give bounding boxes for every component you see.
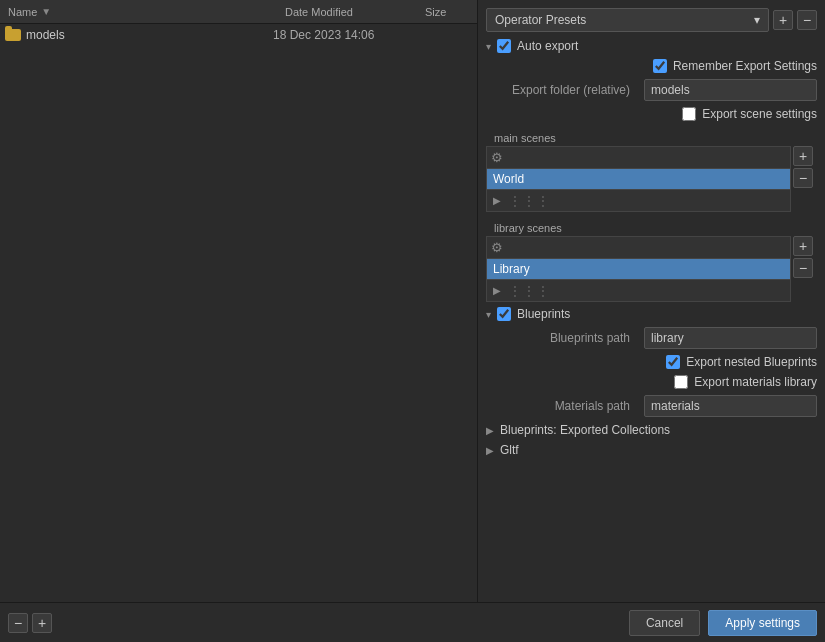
presets-add-button[interactable]: + <box>773 10 793 30</box>
main-scenes-nav: ▶ ⋮⋮⋮ <box>486 190 791 212</box>
main-scenes-nav-dots: ⋮⋮⋮ <box>509 194 551 208</box>
bottom-minus-button[interactable]: − <box>8 613 28 633</box>
main-scene-world[interactable]: World <box>487 169 790 189</box>
main-scenes-list: World <box>486 168 791 190</box>
main-scenes-section: main scenes ⚙ World + − ▶ ⋮⋮⋮ <box>478 124 825 214</box>
presets-chevron: ▾ <box>754 13 760 27</box>
library-scene-library[interactable]: Library <box>487 259 790 279</box>
remember-export-checkbox[interactable] <box>653 59 667 73</box>
library-scenes-add[interactable]: + <box>793 236 813 256</box>
blueprints-path-label: Blueprints path <box>498 331 638 345</box>
materials-path-input[interactable] <box>644 395 817 417</box>
main-scenes-toolbar-icon: ⚙ <box>491 150 503 165</box>
export-scene-settings-checkbox[interactable] <box>682 107 696 121</box>
presets-row: Operator Presets ▾ + − <box>478 4 825 36</box>
library-scenes-toolbar-icon: ⚙ <box>491 240 503 255</box>
export-materials-text: Export materials library <box>694 375 817 389</box>
gltf-expand-icon: ▶ <box>486 445 494 456</box>
blueprints-exported-collections-text: Blueprints: Exported Collections <box>500 423 670 437</box>
export-materials-label[interactable]: Export materials library <box>674 375 817 389</box>
library-scenes-controls: + − <box>793 236 813 278</box>
sort-icon: ▼ <box>41 6 51 17</box>
materials-path-row: Materials path <box>478 392 825 420</box>
library-scenes-toolbar: ⚙ <box>486 236 791 258</box>
apply-settings-button[interactable]: Apply settings <box>708 610 817 636</box>
presets-label: Operator Presets <box>495 13 586 27</box>
main-scenes-add[interactable]: + <box>793 146 813 166</box>
blueprints-exported-collections-row[interactable]: ▶ Blueprints: Exported Collections <box>478 420 825 440</box>
library-scenes-nav-arrow[interactable]: ▶ <box>493 285 501 296</box>
file-list: models 18 Dec 2023 14:06 <box>0 24 477 602</box>
export-materials-row: Export materials library <box>478 372 825 392</box>
operator-presets-select[interactable]: Operator Presets ▾ <box>486 8 769 32</box>
bottom-plus-button[interactable]: + <box>32 613 52 633</box>
settings-panel: Operator Presets ▾ + − ▾ Auto export Rem… <box>478 0 825 602</box>
export-scene-settings-label[interactable]: Export scene settings <box>682 107 817 121</box>
export-scene-settings-row: Export scene settings <box>478 104 825 124</box>
auto-export-section: ▾ Auto export <box>478 36 825 56</box>
file-browser: Name ▼ Date Modified Size models 18 Dec … <box>0 0 478 602</box>
blueprints-path-row: Blueprints path <box>478 324 825 352</box>
bottom-left-controls: − + <box>8 613 52 633</box>
export-nested-checkbox[interactable] <box>666 355 680 369</box>
column-size: Size <box>417 6 477 18</box>
file-date: 18 Dec 2023 14:06 <box>273 28 413 42</box>
blueprints-label[interactable]: Blueprints <box>497 307 570 321</box>
blueprints-checkbox[interactable] <box>497 307 511 321</box>
library-scenes-nav: ▶ ⋮⋮⋮ <box>486 280 791 302</box>
main-scenes-remove[interactable]: − <box>793 168 813 188</box>
main-scenes-toolbar: ⚙ <box>486 146 791 168</box>
export-nested-row: Export nested Blueprints <box>478 352 825 372</box>
file-name: models <box>26 28 273 42</box>
auto-export-text: Auto export <box>517 39 578 53</box>
main-scenes-nav-arrow[interactable]: ▶ <box>493 195 501 206</box>
export-scene-settings-text: Export scene settings <box>702 107 817 121</box>
folder-icon-wrapper <box>4 27 22 43</box>
blueprints-text: Blueprints <box>517 307 570 321</box>
column-name: Name ▼ <box>0 6 277 18</box>
main-scenes-controls: + − <box>793 146 813 188</box>
materials-path-label: Materials path <box>498 399 638 413</box>
cancel-button[interactable]: Cancel <box>629 610 700 636</box>
export-folder-row: Export folder (relative) <box>478 76 825 104</box>
file-header: Name ▼ Date Modified Size <box>0 0 477 24</box>
library-scenes-label: library scenes <box>486 218 817 236</box>
bottom-right-controls: Cancel Apply settings <box>629 610 817 636</box>
export-folder-label: Export folder (relative) <box>498 83 638 97</box>
list-item[interactable]: models 18 Dec 2023 14:06 <box>0 24 477 46</box>
blueprints-collections-expand-icon: ▶ <box>486 425 494 436</box>
gltf-text: Gltf <box>500 443 519 457</box>
export-nested-label[interactable]: Export nested Blueprints <box>666 355 817 369</box>
blueprints-chevron: ▾ <box>486 309 491 320</box>
blueprints-path-input[interactable] <box>644 327 817 349</box>
folder-icon <box>5 29 21 41</box>
export-folder-input[interactable] <box>644 79 817 101</box>
library-scenes-list: Library <box>486 258 791 280</box>
bottom-bar: − + Cancel Apply settings <box>0 602 825 642</box>
auto-export-chevron: ▾ <box>486 41 491 52</box>
export-nested-text: Export nested Blueprints <box>686 355 817 369</box>
auto-export-checkbox[interactable] <box>497 39 511 53</box>
library-scenes-section: library scenes ⚙ Library + − ▶ ⋮⋮⋮ <box>478 214 825 304</box>
remember-export-text: Remember Export Settings <box>673 59 817 73</box>
library-scenes-nav-dots: ⋮⋮⋮ <box>509 284 551 298</box>
main-scenes-label: main scenes <box>486 128 817 146</box>
gltf-row[interactable]: ▶ Gltf <box>478 440 825 460</box>
blueprints-section-header: ▾ Blueprints <box>478 304 825 324</box>
library-scenes-remove[interactable]: − <box>793 258 813 278</box>
remember-export-label[interactable]: Remember Export Settings <box>653 59 817 73</box>
export-materials-checkbox[interactable] <box>674 375 688 389</box>
presets-remove-button[interactable]: − <box>797 10 817 30</box>
auto-export-label[interactable]: Auto export <box>497 39 578 53</box>
remember-export-row: Remember Export Settings <box>478 56 825 76</box>
column-date: Date Modified <box>277 6 417 18</box>
